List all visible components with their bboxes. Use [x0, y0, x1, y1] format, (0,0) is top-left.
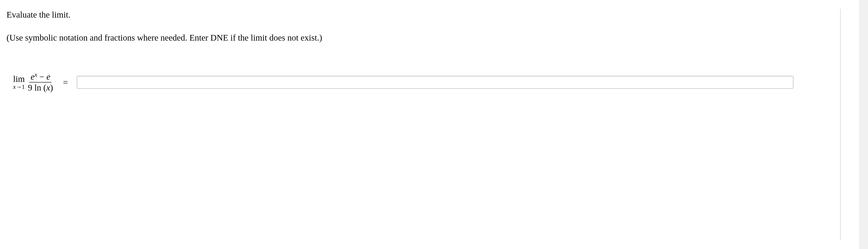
denominator: 9 ln (x) [27, 83, 54, 92]
fraction: ex − e 9 ln (x) [27, 72, 54, 92]
problem-row: lim x→1 ex − e 9 ln (x) = [6, 72, 832, 92]
problem-hint: (Use symbolic notation and fractions whe… [6, 32, 832, 44]
answer-input[interactable] [77, 76, 794, 89]
den-func: ln [32, 83, 43, 92]
den-coef: 9 [28, 83, 32, 92]
num-exp1: x [34, 71, 37, 78]
num-term2: e [46, 72, 51, 82]
equals-sign: = [63, 77, 68, 88]
limit-expression: lim x→1 ex − e 9 ln (x) [13, 72, 54, 92]
limit-subscript: x→1 [13, 84, 25, 90]
limit-operator-block: lim x→1 [13, 75, 25, 90]
den-close: ) [50, 83, 53, 92]
den-open: ( [43, 83, 46, 92]
limit-arrow: → [16, 83, 22, 90]
limit-operator: lim [13, 75, 25, 83]
limit-value: 1 [22, 83, 25, 90]
num-base1: e [31, 72, 34, 82]
limit-var: x [13, 83, 16, 90]
den-var: x [46, 83, 50, 92]
problem-instruction: Evaluate the limit. [6, 9, 832, 21]
vertical-scrollbar[interactable] [859, 0, 868, 249]
numerator: ex − e [29, 72, 52, 83]
num-minus: − [37, 72, 46, 82]
